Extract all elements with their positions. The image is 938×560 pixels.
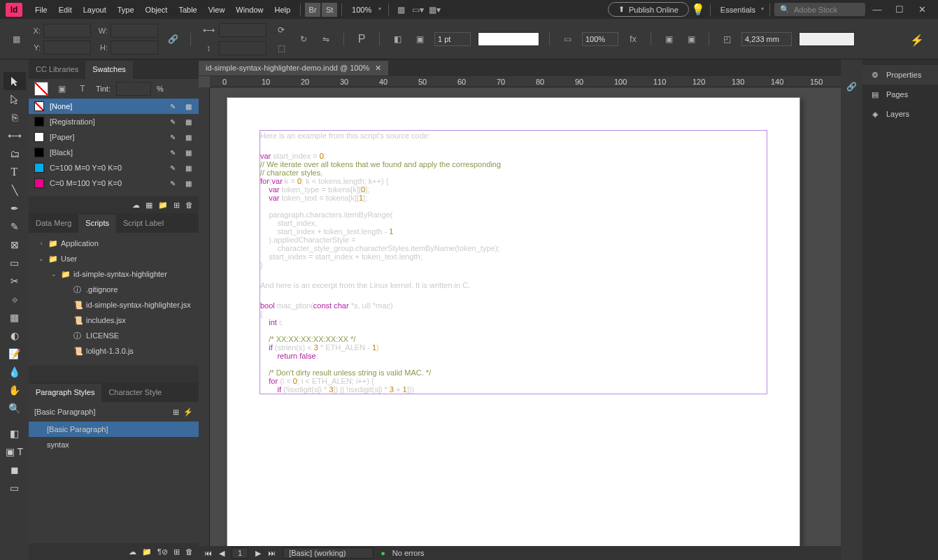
arrange-icon[interactable]: ▭▾ <box>410 2 425 17</box>
gpu-icon[interactable]: ⚡ <box>910 34 924 47</box>
menu-table[interactable]: Table <box>173 3 202 17</box>
scissors-tool[interactable]: ✂ <box>3 272 26 290</box>
close-button[interactable]: ✕ <box>911 3 932 17</box>
next-page-icon[interactable]: ▶ <box>255 549 261 558</box>
content-collector-tool[interactable]: 🗂 <box>3 145 26 163</box>
tab-cc-libraries[interactable]: CC Libraries <box>29 61 85 79</box>
char-panel-icon[interactable]: P <box>354 31 369 47</box>
zoom-tool[interactable]: 🔍 <box>3 399 26 417</box>
w-field[interactable] <box>111 24 158 38</box>
first-page-icon[interactable]: ⏮ <box>204 549 212 557</box>
script-item[interactable]: ⓘ.gitignore <box>29 282 199 297</box>
gradient-swatch-tool[interactable]: ▦ <box>3 308 26 326</box>
script-item[interactable]: ›📁Application <box>29 236 199 251</box>
edit-icon[interactable]: ✎ <box>168 117 178 127</box>
tab-swatches[interactable]: Swatches <box>85 61 133 79</box>
help-icon[interactable]: 💡 <box>690 2 706 17</box>
tab-character-style[interactable]: Character Style <box>101 384 169 402</box>
menu-file[interactable]: File <box>29 3 53 17</box>
direct-selection-tool[interactable] <box>3 90 26 108</box>
vertical-ruler[interactable] <box>199 87 210 546</box>
cloud-icon[interactable]: ☁ <box>132 201 140 210</box>
y-field[interactable] <box>43 41 91 55</box>
swatch-row[interactable]: C=0 M=100 Y=0 K=0✎▦ <box>29 175 199 191</box>
rectangle-tool[interactable]: ▭ <box>3 254 26 272</box>
effects-icon[interactable]: fx <box>625 31 641 47</box>
swatch-row[interactable]: [None]✎▦ <box>29 99 199 114</box>
canvas[interactable]: Here is an example from this script's so… <box>210 87 841 546</box>
apply-color-icon[interactable]: ◼ <box>3 461 26 479</box>
swatch-row[interactable]: C=100 M=0 Y=0 K=0✎▦ <box>29 160 199 175</box>
x-field[interactable] <box>43 24 91 38</box>
clear-override-icon[interactable]: ⚡ <box>183 408 193 417</box>
delete-style-icon[interactable]: 🗑 <box>185 547 193 556</box>
rotate-cw-icon[interactable]: ↻ <box>296 31 311 47</box>
flip-icon[interactable]: ⇋ <box>318 31 334 47</box>
stroke-proxy-icon[interactable]: ▣ <box>412 31 427 47</box>
links-panel-icon[interactable]: 🔗 <box>844 79 860 94</box>
tab-data-merg[interactable]: Data Merg <box>29 215 78 233</box>
line-tool[interactable]: ╲ <box>3 181 26 199</box>
preflight-profile[interactable]: [Basic] (working) <box>283 547 374 559</box>
tab-scripts[interactable]: Scripts <box>78 215 116 233</box>
selection-tool[interactable] <box>3 72 26 90</box>
rotate-icon[interactable]: ⟳ <box>273 22 289 38</box>
formatting-container-icon[interactable]: ▣ T <box>3 443 26 461</box>
menu-object[interactable]: Object <box>140 3 173 17</box>
text-wrap-none-icon[interactable]: ▣ <box>661 31 676 47</box>
fill-stroke-proxy[interactable]: ◧ <box>3 424 26 443</box>
shear-icon[interactable]: ⬚ <box>273 41 289 56</box>
last-page-icon[interactable]: ⏭ <box>268 549 276 557</box>
rectangle-frame-tool[interactable]: ⊠ <box>3 236 26 254</box>
new-style-icon[interactable]: ⊞ <box>173 408 179 417</box>
para-style-row[interactable]: syntax <box>29 437 199 452</box>
swatch-row[interactable]: [Paper]✎▦ <box>29 129 199 145</box>
tab-paragraph-styles[interactable]: Paragraph Styles <box>29 384 101 402</box>
new-group-icon[interactable]: 📁 <box>142 547 152 557</box>
type-tool[interactable]: T <box>3 163 26 181</box>
clear-icon[interactable]: ¶⊘ <box>157 547 168 557</box>
page-tool[interactable]: ⎘ <box>3 108 26 127</box>
zoom-level[interactable]: 100% <box>346 4 384 15</box>
swatch-text-icon[interactable]: T <box>75 81 90 96</box>
gradient-feather-tool[interactable]: ◐ <box>3 326 26 345</box>
fill-proxy-icon[interactable]: ◧ <box>390 31 405 47</box>
delete-swatch-icon[interactable]: 🗑 <box>185 201 193 209</box>
panel-layers[interactable]: ◈Layers <box>862 104 938 124</box>
screen-mode-tool[interactable]: ▭ <box>3 479 26 497</box>
tab-script-label[interactable]: Script Label <box>116 215 171 233</box>
maximize-button[interactable]: ☐ <box>889 3 910 17</box>
stroke-style-field[interactable] <box>478 32 539 46</box>
view-options-icon[interactable]: ▦▾ <box>427 2 442 17</box>
swatch-container-icon[interactable]: ▣ <box>54 81 69 96</box>
script-item[interactable]: 📜id-simple-syntax-highlighter.jsx <box>29 297 199 313</box>
pencil-tool[interactable]: ✎ <box>3 217 26 236</box>
swatch-row[interactable]: [Registration]✎▦ <box>29 114 199 129</box>
gap-tool[interactable]: ⟷ <box>3 127 26 145</box>
text-wrap-bound-icon[interactable]: ▣ <box>683 31 699 47</box>
swatch-view-icon[interactable]: ▦ <box>145 201 152 210</box>
menu-type[interactable]: Type <box>112 3 140 17</box>
edit-icon[interactable]: ✎ <box>168 163 178 173</box>
scale-y-field[interactable] <box>219 41 267 55</box>
script-item[interactable]: ⌄📁id-simple-syntax-highlighter <box>29 266 199 282</box>
menu-help[interactable]: Help <box>269 3 296 17</box>
workspace-switcher[interactable]: Essentials <box>715 4 765 15</box>
close-tab-icon[interactable]: ✕ <box>375 64 381 73</box>
constrain-icon[interactable]: 🔗 <box>165 31 180 47</box>
hand-tool[interactable]: ✋ <box>3 381 26 399</box>
script-item[interactable]: ⌄📁User <box>29 251 199 266</box>
note-tool[interactable]: 📝 <box>3 345 26 363</box>
panel-pages[interactable]: ▤Pages <box>862 85 938 104</box>
panel-properties[interactable]: ⚙Properties <box>862 65 938 85</box>
document-tab[interactable]: id-simple-syntax-highlighter-demo.indd @… <box>199 61 388 76</box>
publish-online-button[interactable]: ⬆Publish Online <box>608 2 689 17</box>
text-frame[interactable]: Here is an example from this script's so… <box>260 130 767 394</box>
h-field[interactable] <box>111 41 158 55</box>
edit-icon[interactable]: ✎ <box>168 148 178 157</box>
horizontal-ruler[interactable]: 0102030405060708090100110120130140150 <box>210 76 841 87</box>
corner-shape-field[interactable] <box>799 32 855 46</box>
screen-mode-icon[interactable]: ▦ <box>393 2 408 17</box>
stock-button[interactable]: St <box>322 3 337 17</box>
edit-icon[interactable]: ✎ <box>168 132 178 142</box>
